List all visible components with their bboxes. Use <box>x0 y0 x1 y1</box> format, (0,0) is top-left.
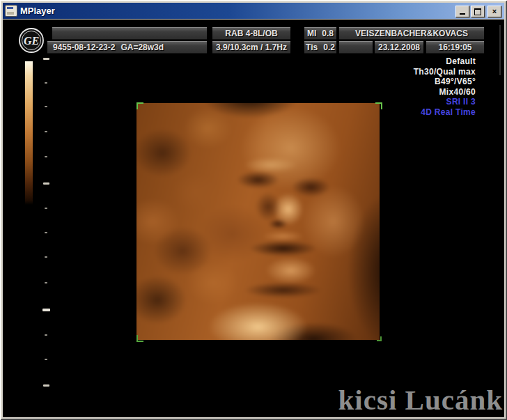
fetus-3d-render <box>136 103 380 340</box>
minimize-button[interactable] <box>455 6 469 17</box>
render-box-corner-icon <box>136 335 143 342</box>
mi-label: MI <box>307 29 316 38</box>
setting-threshold-quality: Th30/Qual max <box>414 67 476 77</box>
close-icon: × <box>492 8 497 15</box>
maximize-icon <box>474 8 481 15</box>
setting-preset: Default <box>414 56 476 67</box>
exam-time: 16:19:05 <box>426 41 484 54</box>
close-button[interactable]: × <box>488 6 501 17</box>
ruler-tick <box>45 334 47 336</box>
mplayer-window: MPlayer × RAB 4-8L/OB MI 0.8 VEISZENBACH… <box>0 0 507 420</box>
ruler-tick <box>45 82 47 84</box>
ruler-tick <box>45 232 47 233</box>
probe-label: RAB 4-8L/OB <box>212 27 290 40</box>
fetus-face-image <box>136 103 380 340</box>
watermark-caption: kicsi Lucánk <box>338 386 503 414</box>
maximize-button[interactable] <box>471 6 485 17</box>
setting-angles: B49°/V65° <box>414 77 476 87</box>
ruler-tick <box>45 359 47 360</box>
mplayer-app-icon[interactable] <box>5 5 17 17</box>
render-box-corner-icon <box>377 336 382 341</box>
depth-zoom-freq: 3.9/10.3cm / 1.7Hz <box>212 41 290 54</box>
ruler-tick <box>45 106 47 107</box>
setting-4d-mode: 4D Real Time <box>414 107 476 118</box>
window-title: MPlayer <box>20 6 55 16</box>
setting-mix: Mix40/60 <box>414 87 476 98</box>
mi-value: 0.8 <box>322 29 334 38</box>
mi-indicator: MI 0.8 <box>304 27 336 40</box>
ruler-tick <box>43 384 49 387</box>
ge-logo-icon: GE <box>18 27 45 54</box>
video-edge-artifact <box>499 25 501 75</box>
ruler-tick <box>45 256 47 258</box>
title-bar[interactable]: MPlayer × <box>3 3 504 19</box>
gestational-age: GA=28w3d <box>120 42 164 52</box>
ruler-tick <box>45 208 47 209</box>
tis-indicator: Tis 0.2 <box>304 41 336 54</box>
video-area[interactable]: RAB 4-8L/OB MI 0.8 VEISZENBACHER&KOVACS … <box>3 20 504 417</box>
ruler-tick <box>43 58 49 60</box>
minimize-icon <box>460 13 465 15</box>
grayscale-map-bar <box>25 61 33 205</box>
render-box-corner-icon <box>375 102 382 109</box>
svg-text:GE: GE <box>24 35 39 47</box>
header-empty-segment <box>339 41 373 54</box>
ruler-tick <box>45 282 47 283</box>
patient-info: 9455-08-12-23-2 GA=28w3d <box>47 41 207 54</box>
ruler-tick <box>45 131 47 132</box>
header-empty-segment <box>52 27 207 40</box>
render-box-corner-icon <box>136 102 143 109</box>
tis-value: 0.2 <box>323 42 335 52</box>
ruler-tick <box>45 156 47 157</box>
tis-label: Tis <box>306 42 318 52</box>
ruler-tick <box>43 182 49 185</box>
exam-date: 23.12.2008 <box>375 41 423 54</box>
acquisition-settings: Default Th30/Qual max B49°/V65° Mix40/60… <box>414 56 476 117</box>
setting-sri: SRI II 3 <box>414 97 476 107</box>
ruler-tick-focus <box>42 309 50 311</box>
patient-id: 9455-08-12-23-2 <box>53 42 115 52</box>
facility-name: VEISZENBACHER&KOVACS <box>339 27 484 40</box>
